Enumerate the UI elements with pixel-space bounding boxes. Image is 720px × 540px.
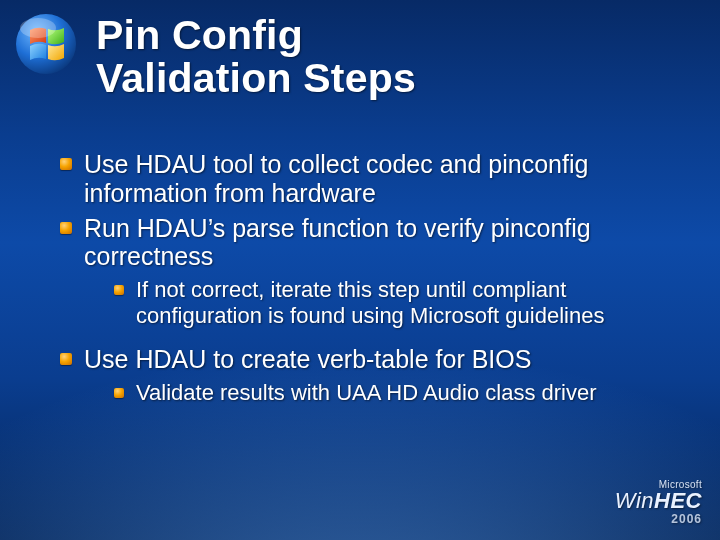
footer-company: Microsoft [615, 480, 702, 490]
sub-bullet-text: Validate results with UAA HD Audio class… [136, 380, 597, 405]
sub-bullet-item: Validate results with UAA HD Audio class… [112, 380, 680, 410]
slide: Pin Config Validation Steps Use HDAU too… [0, 0, 720, 540]
title-line-2: Validation Steps [96, 55, 416, 101]
bullet-text: Use HDAU to create verb-table for BIOS [84, 345, 531, 373]
footer-brand: WinHEC [615, 490, 702, 512]
bullet-item: Run HDAU’s parse function to verify pinc… [56, 214, 680, 345]
title-line-1: Pin Config [96, 12, 303, 58]
bullet-text: Run HDAU’s parse function to verify pinc… [84, 214, 591, 271]
winhec-logo: Microsoft WinHEC 2006 [615, 480, 702, 528]
footer-year: 2006 [615, 512, 702, 528]
sub-bullet-item: If not correct, iterate this step until … [112, 277, 680, 333]
bullet-item: Use HDAU tool to collect codec and pinco… [56, 150, 680, 214]
bullet-item: Use HDAU to create verb-table for BIOS V… [56, 345, 680, 422]
bullet-text: Use HDAU tool to collect codec and pinco… [84, 150, 588, 207]
slide-body: Use HDAU tool to collect codec and pinco… [56, 150, 680, 422]
svg-point-1 [20, 18, 56, 38]
footer-brand-prefix: Win [615, 488, 654, 513]
windows-logo-icon [14, 12, 78, 76]
slide-title: Pin Config Validation Steps [96, 14, 680, 100]
footer-brand-suffix: HEC [654, 488, 702, 513]
sub-bullet-text: If not correct, iterate this step until … [136, 277, 604, 328]
